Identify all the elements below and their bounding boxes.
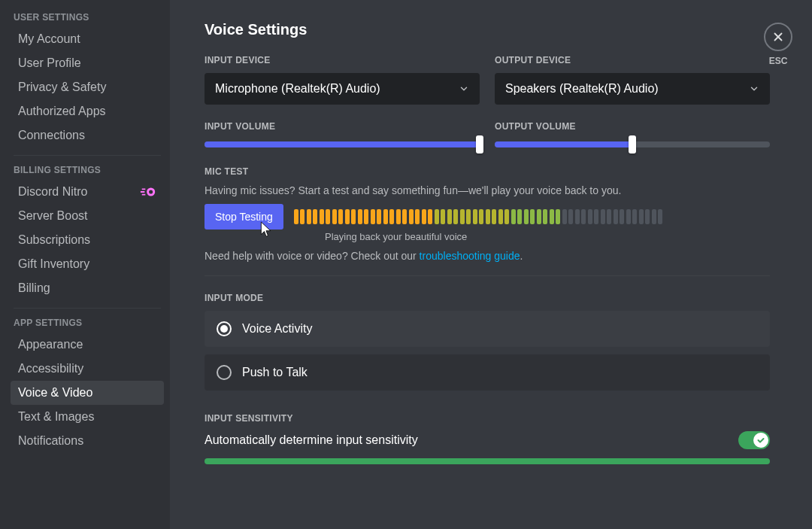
- input-mode-heading: INPUT MODE: [205, 293, 770, 303]
- settings-main: ESC Voice Settings INPUT DEVICE Micropho…: [170, 0, 812, 529]
- chevron-down-icon: [749, 84, 759, 94]
- mic-test-help-2: Need help with voice or video? Check out…: [205, 250, 770, 262]
- slider-thumb[interactable]: [476, 135, 483, 154]
- output-device-label: OUTPUT DEVICE: [495, 55, 770, 65]
- slider-thumb[interactable]: [629, 135, 636, 154]
- nav-heading-billing-settings: BILLING SETTINGS: [14, 165, 164, 175]
- sidebar-item-authorized-apps[interactable]: Authorized Apps: [11, 99, 164, 123]
- radio-label: Push to Talk: [242, 366, 308, 379]
- auto-sensitivity-toggle[interactable]: [738, 431, 770, 449]
- sidebar-item-accessibility[interactable]: Accessibility: [11, 357, 164, 381]
- output-device-value: Speakers (Realtek(R) Audio): [505, 82, 659, 96]
- output-volume-label: OUTPUT VOLUME: [495, 121, 770, 132]
- settings-sidebar: USER SETTINGS My Account User Profile Pr…: [0, 0, 170, 529]
- mic-test-heading: MIC TEST: [205, 166, 770, 177]
- input-device-label: INPUT DEVICE: [205, 55, 480, 65]
- sidebar-item-discord-nitro[interactable]: Discord Nitro: [11, 180, 164, 204]
- input-sensitivity-heading: INPUT SENSITIVITY: [205, 413, 770, 424]
- sidebar-item-text-images[interactable]: Text & Images: [11, 405, 164, 429]
- input-device-select[interactable]: Microphone (Realtek(R) Audio): [205, 73, 480, 105]
- nav-separator: [14, 308, 161, 309]
- sidebar-item-subscriptions[interactable]: Subscriptions: [11, 228, 164, 252]
- output-device-select[interactable]: Speakers (Realtek(R) Audio): [495, 73, 770, 105]
- sidebar-item-billing[interactable]: Billing: [11, 276, 164, 300]
- nav-heading-user-settings: USER SETTINGS: [14, 12, 164, 23]
- check-icon: [753, 433, 768, 448]
- input-volume-slider[interactable]: [205, 139, 480, 150]
- sidebar-item-my-account[interactable]: My Account: [11, 27, 164, 51]
- stop-testing-button[interactable]: Stop Testing: [205, 204, 283, 230]
- nav-separator: [14, 155, 161, 156]
- close-button[interactable]: [764, 23, 792, 51]
- sensitivity-bar: [205, 458, 770, 464]
- sidebar-item-user-profile[interactable]: User Profile: [11, 51, 164, 75]
- input-mode-voice-activity[interactable]: Voice Activity: [205, 311, 770, 347]
- input-mode-push-to-talk[interactable]: Push to Talk: [205, 354, 770, 391]
- close-area: ESC: [764, 23, 792, 66]
- page-title: Voice Settings: [205, 21, 770, 38]
- sidebar-item-server-boost[interactable]: Server Boost: [11, 204, 164, 228]
- sidebar-item-notifications[interactable]: Notifications: [11, 429, 164, 453]
- playback-caption: Playing back your beautiful voice: [325, 231, 770, 242]
- nitro-icon: [140, 186, 156, 198]
- close-icon: [771, 30, 785, 44]
- mic-test-help: Having mic issues? Start a test and say …: [205, 184, 770, 196]
- radio-icon: [217, 321, 232, 336]
- nav-heading-app-settings: APP SETTINGS: [14, 318, 164, 328]
- sidebar-item-voice-video[interactable]: Voice & Video: [11, 381, 164, 405]
- troubleshooting-link[interactable]: troubleshooting guide: [420, 250, 520, 262]
- svg-point-1: [149, 190, 153, 193]
- sidebar-item-privacy-safety[interactable]: Privacy & Safety: [11, 75, 164, 99]
- sidebar-item-gift-inventory[interactable]: Gift Inventory: [11, 252, 164, 276]
- output-volume-slider[interactable]: [495, 139, 770, 150]
- radio-icon: [217, 365, 232, 380]
- close-label: ESC: [764, 56, 792, 66]
- radio-label: Voice Activity: [242, 322, 312, 336]
- mic-level-meter: [294, 209, 770, 224]
- sidebar-item-appearance[interactable]: Appearance: [11, 333, 164, 357]
- chevron-down-icon: [459, 84, 469, 94]
- sidebar-item-connections[interactable]: Connections: [11, 123, 164, 147]
- input-device-value: Microphone (Realtek(R) Audio): [215, 82, 380, 96]
- auto-sensitivity-label: Automatically determine input sensitivit…: [205, 433, 418, 447]
- input-volume-label: INPUT VOLUME: [205, 121, 480, 132]
- section-divider: [205, 275, 770, 276]
